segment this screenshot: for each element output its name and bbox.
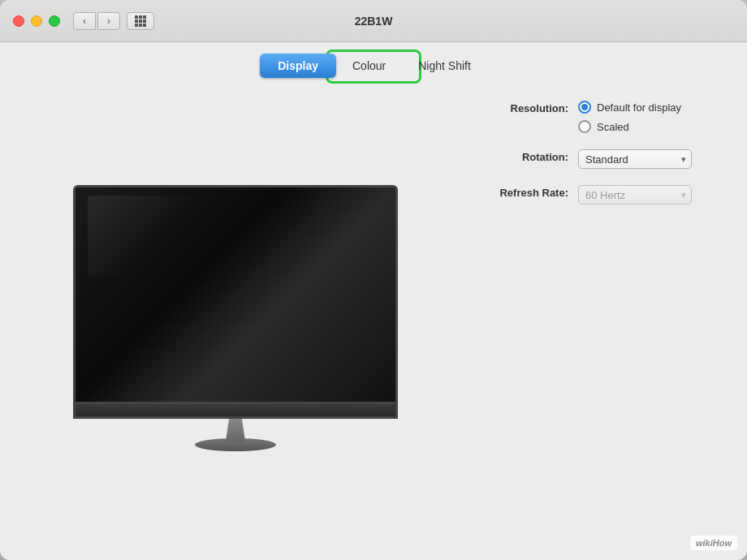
content-area: Resolution: Default for display Scaled R… bbox=[0, 84, 747, 560]
resolution-row: Resolution: Default for display Scaled bbox=[479, 101, 731, 133]
resolution-controls: Default for display Scaled bbox=[578, 101, 681, 133]
tab-colour[interactable]: Colour bbox=[336, 54, 402, 77]
minimize-button[interactable] bbox=[31, 15, 42, 27]
forward-icon: › bbox=[107, 15, 110, 27]
resolution-default-radio[interactable] bbox=[578, 101, 591, 114]
maximize-button[interactable] bbox=[49, 15, 60, 27]
tab-display[interactable]: Display bbox=[260, 54, 336, 78]
window-title: 22B1W bbox=[355, 15, 393, 28]
rotation-dropdown[interactable]: Standard bbox=[578, 149, 692, 169]
resolution-label: Resolution: bbox=[479, 101, 568, 114]
grid-icon bbox=[135, 15, 146, 27]
refresh-rate-dropdown: 60 Hertz bbox=[578, 185, 692, 205]
titlebar: ‹ › 22B1W bbox=[0, 0, 747, 42]
rotation-value: Standard bbox=[585, 153, 628, 166]
traffic-lights bbox=[13, 15, 60, 27]
refresh-rate-label: Refresh Rate: bbox=[479, 185, 568, 199]
settings-panel: Resolution: Default for display Scaled R… bbox=[471, 93, 747, 544]
close-button[interactable] bbox=[13, 15, 24, 27]
grid-view-button[interactable] bbox=[127, 12, 154, 30]
forward-button[interactable]: › bbox=[97, 12, 120, 30]
resolution-scaled-radio[interactable] bbox=[578, 120, 591, 133]
back-icon: ‹ bbox=[83, 15, 86, 27]
resolution-scaled-option[interactable]: Scaled bbox=[578, 120, 681, 133]
back-button[interactable]: ‹ bbox=[73, 12, 96, 30]
nav-buttons: ‹ › bbox=[73, 12, 120, 30]
refresh-rate-row: Refresh Rate: 60 Hertz bbox=[479, 185, 731, 205]
refresh-rate-value: 60 Hertz bbox=[585, 189, 625, 201]
monitor-wrapper bbox=[73, 185, 398, 451]
rotation-row: Rotation: Standard bbox=[479, 149, 731, 169]
resolution-scaled-label: Scaled bbox=[597, 121, 629, 133]
resolution-default-label: Default for display bbox=[597, 101, 681, 114]
tabbar: Display Colour Night Shift bbox=[0, 42, 747, 84]
monitor-bezel bbox=[73, 404, 398, 419]
wikihow-watermark: wikiHow bbox=[690, 536, 737, 550]
resolution-default-option[interactable]: Default for display bbox=[578, 101, 681, 114]
monitor-screen bbox=[73, 185, 398, 404]
tab-night-shift[interactable]: Night Shift bbox=[402, 54, 487, 77]
monitor-preview-section bbox=[0, 93, 471, 544]
window: ‹ › 22B1W Display Colour Night Shift bbox=[0, 0, 747, 560]
rotation-label: Rotation: bbox=[479, 149, 568, 163]
